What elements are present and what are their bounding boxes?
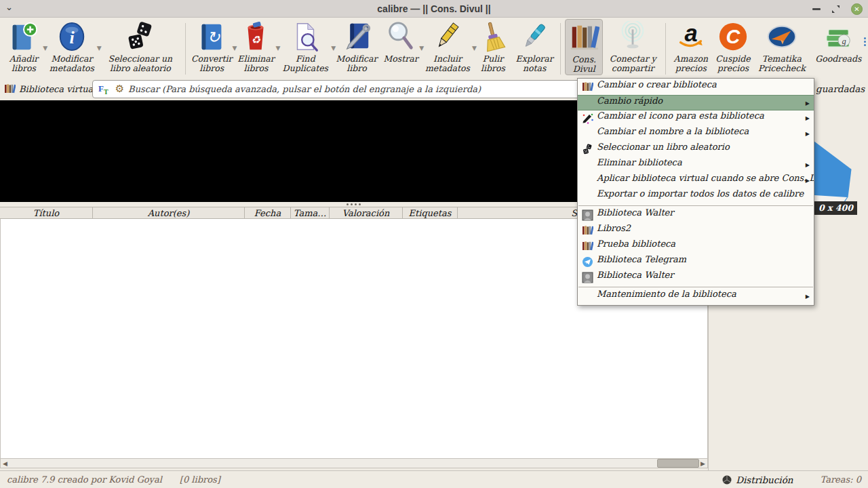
menu-item-label: Aplicar biblioteca virtual cuando se abr… (597, 173, 814, 183)
menu-item-label: Cambio rápido (597, 96, 663, 106)
column-header[interactable]: Valoración (330, 207, 403, 218)
menu-item-label: Mantenimiento de la biblioteca (597, 289, 736, 299)
menu-item-label: Libros2 (597, 223, 631, 233)
menu-item-label: Biblioteca Telegram (597, 254, 686, 264)
toolbar-button-amazon[interactable]: aAmazon precios (670, 19, 712, 74)
dice-icon (582, 144, 593, 155)
scroll-left-icon[interactable]: ◀ (1, 459, 9, 468)
restore-icon[interactable] (831, 5, 840, 14)
search-gear-icon[interactable]: ⚙ (115, 84, 124, 94)
menu-item-label: Cambiar el nombre a la biblioteca (597, 126, 749, 136)
menu-separator (578, 287, 813, 287)
svg-text:a: a (684, 21, 697, 46)
trash-recycle-icon: ♻ (239, 20, 272, 53)
toolbar-button-random-book[interactable]: Seleccionar un libro aleatorio (100, 19, 181, 74)
minimize-icon[interactable] (812, 8, 821, 10)
photo-icon (582, 209, 593, 221)
toolbar-label: Explorar notas (514, 54, 555, 74)
toolbar-label: Modificar metadatos (47, 54, 97, 74)
submenu-arrow-icon: ▶ (806, 157, 810, 173)
menu-item[interactable]: Biblioteca Walter (578, 270, 814, 285)
svg-text:C: C (726, 26, 741, 47)
toolbar-overflow-icon[interactable] (864, 37, 866, 46)
toolbar-button-convert[interactable]: ↻Convertir libros▼ (190, 19, 234, 74)
saved-searches-label[interactable]: guardadas (816, 83, 865, 94)
scrollbar-track[interactable] (9, 459, 698, 468)
jobs-button[interactable]: Tareas: 0 (820, 474, 861, 485)
menu-item[interactable]: Aplicar biblioteca virtual cuando se abr… (578, 173, 814, 188)
toolbar-button-find-duplicates[interactable]: Find Duplicates▼ (279, 19, 333, 74)
menu-item[interactable]: Cambiar el icono para esta biblioteca▶ (578, 110, 814, 126)
library-context-menu: Cambiar o crear bibliotecaCambio rápido▶… (577, 78, 814, 306)
menu-item[interactable]: Cambiar o crear biblioteca (578, 79, 814, 95)
toolbar-button-add-books[interactable]: Añadir libros▼ (3, 19, 44, 74)
toolbar-button-fetch-metadata[interactable]: Incluir metadatos▼ (422, 19, 473, 74)
submenu-arrow-icon: ▶ (806, 289, 810, 304)
info-icon: i (56, 20, 88, 53)
cuspide-icon: C (717, 20, 749, 53)
toolbar-label: Seleccionar un libro aleatorio (101, 54, 180, 74)
toolbar-button-cuspide[interactable]: CCuspide precios (713, 19, 753, 74)
toolbar-label: Cons. Divul (567, 55, 601, 75)
menu-item[interactable]: Cambiar el nombre a la biblioteca▶ (578, 126, 814, 142)
scrollbar-thumb[interactable] (657, 459, 699, 468)
library-icon (582, 81, 593, 93)
menu-item-label: Cambiar el icono para esta biblioteca (597, 110, 764, 121)
toolbar-button-connect[interactable]: Conectar y compartir (604, 19, 660, 74)
menu-item-label: Exportar o importar todos los datos de c… (597, 188, 804, 199)
column-header[interactable]: Tama… (291, 207, 330, 218)
toolbar-button-view[interactable]: Mostrar▼ (381, 19, 420, 64)
menu-item[interactable]: Seleccionar un libro aleatorio (578, 142, 814, 157)
column-header[interactable]: Fecha (245, 207, 291, 218)
toolbar-button-library[interactable]: Cons. Divul (565, 19, 603, 75)
toolbar-label: Convertir libros (191, 54, 233, 74)
menu-item-label: Seleccionar un libro aleatorio (597, 142, 730, 152)
broom-icon (477, 20, 509, 53)
appmenu-chevron-icon[interactable]: ⌄ (5, 2, 18, 14)
virtual-library-button[interactable]: Biblioteca virtual (4, 81, 96, 98)
wireless-icon (616, 20, 649, 53)
virtual-library-label: Biblioteca virtual (19, 84, 96, 94)
toolbar-button-edit-metadata[interactable]: iModificar metadatos▼ (45, 19, 98, 74)
menu-item[interactable]: Libros2 (578, 223, 814, 239)
cover-size-badge: 0 x 400 (814, 201, 857, 215)
toolbar-button-remove[interactable]: ♻Eliminar libros▼ (235, 19, 277, 74)
menu-item[interactable]: Prueba biblioteca (578, 239, 814, 254)
menu-item[interactable]: Cambio rápido▶ (578, 95, 814, 110)
toolbar-label: Goodreads (815, 54, 861, 64)
submenu-arrow-icon: ▶ (806, 110, 810, 126)
submenu-arrow-icon: ▶ (806, 96, 810, 110)
menu-item[interactable]: Exportar o importar todos los datos de c… (578, 188, 814, 204)
library-icon (4, 83, 16, 95)
toolbar-button-polish[interactable]: Pulir libros (475, 19, 511, 74)
svg-text:g: g (842, 37, 846, 46)
book-wrench-icon (340, 20, 373, 53)
toolbar-label: Conectar y compartir (606, 54, 659, 74)
layout-button[interactable]: Distribución (722, 474, 793, 485)
toolbar-button-notes[interactable]: Explorar notas (513, 19, 556, 74)
scroll-right-icon[interactable]: ▶ (698, 459, 707, 468)
svg-text:↻: ↻ (207, 28, 220, 46)
close-icon[interactable]: ✕ (851, 3, 863, 15)
convert-book-icon: ↻ (195, 20, 228, 53)
toolbar-button-goodreads[interactable]: gGoodreads (811, 19, 866, 64)
column-header[interactable]: Autor(es) (93, 207, 245, 218)
calibre-window: ⌄ calibre — || Cons. Divul || ✕ Añadir l… (0, 0, 868, 488)
menu-item[interactable]: Eliminar biblioteca▶ (578, 157, 814, 173)
column-header[interactable]: Etiquetas (403, 207, 458, 218)
toolbar-label: Cuspide precios (715, 54, 751, 74)
toolbar-label: Tematika Pricecheck (755, 54, 808, 74)
fulltext-search-icon[interactable]: FT (98, 83, 108, 96)
toolbar-label: Mostrar (383, 54, 418, 64)
menu-item[interactable]: Biblioteca Telegram (578, 254, 814, 270)
toolbar-label: Find Duplicates (280, 54, 332, 74)
pen-icon (518, 20, 551, 53)
menu-item[interactable]: Mantenimiento de la biblioteca▶ (578, 289, 814, 304)
horizontal-scrollbar[interactable]: ◀ ▶ (0, 458, 708, 468)
column-header[interactable]: Título (0, 207, 93, 218)
telegram-icon (582, 256, 593, 268)
toolbar-button-tematika[interactable]: Tematika Pricecheck (754, 19, 809, 74)
layout-icon (722, 475, 732, 485)
menu-item[interactable]: Biblioteca Walter (578, 207, 814, 223)
toolbar-button-edit-book[interactable]: Modificar libro (334, 19, 380, 74)
